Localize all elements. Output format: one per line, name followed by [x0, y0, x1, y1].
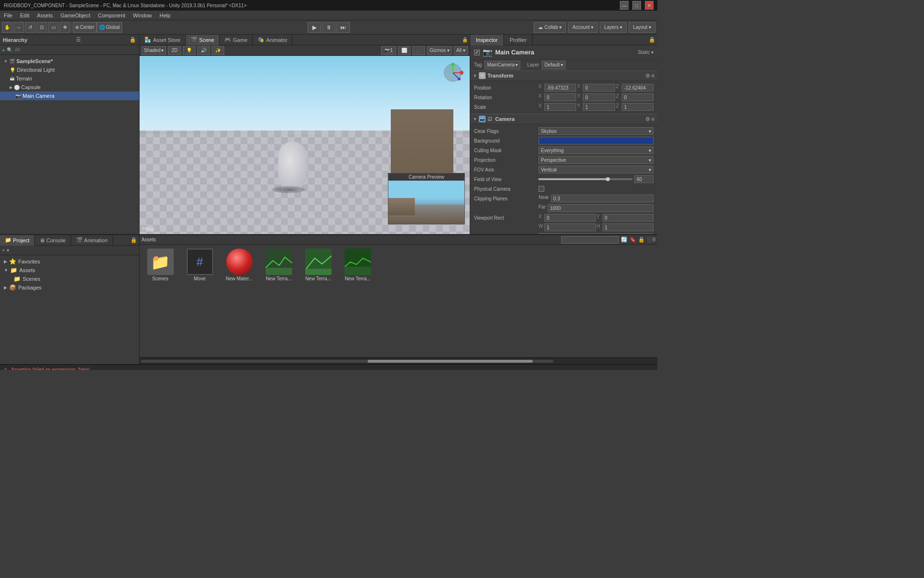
- asset-terrain1[interactable]: New Terra...: [262, 249, 295, 281]
- menu-assets[interactable]: Assets: [33, 12, 57, 19]
- assets-scrollbar-thumb[interactable]: [368, 360, 533, 363]
- inspector-lock-icon[interactable]: 🔒: [649, 37, 655, 43]
- menu-window[interactable]: Window: [129, 12, 155, 19]
- tab-console[interactable]: 🖥 Console: [35, 235, 71, 246]
- layer-count-btn[interactable]: 📷 1: [381, 46, 397, 55]
- close-button[interactable]: ✕: [645, 1, 654, 10]
- rotate-tool-button[interactable]: ↺: [25, 22, 36, 33]
- tab-profiler[interactable]: Profiler: [504, 35, 533, 45]
- assets-lock2-icon[interactable]: 🔒: [638, 236, 645, 243]
- rotation-y-field[interactable]: 0: [583, 93, 615, 101]
- hierarchy-menu-button[interactable]: ☰: [76, 37, 81, 43]
- scene-lock-icon[interactable]: 🔒: [462, 37, 468, 42]
- tab-game[interactable]: 🎮 Game: [219, 35, 253, 45]
- tab-project[interactable]: 📁 Project: [0, 235, 35, 246]
- rotation-x-field[interactable]: 0: [544, 93, 576, 101]
- vp-h-field[interactable]: 1: [603, 223, 654, 231]
- asset-terrain2[interactable]: New Terra...: [301, 249, 335, 281]
- tag-dropdown[interactable]: MainCamera ▾: [485, 61, 520, 69]
- maximize-button[interactable]: □: [632, 1, 641, 10]
- space-button[interactable]: 🌐 Global: [97, 22, 122, 33]
- asset-move[interactable]: # Move: [183, 249, 217, 281]
- camera-component-header[interactable]: ▼ 📷 ☑ Camera ⚙ ≡: [470, 114, 657, 124]
- hand-tool-button[interactable]: ✋: [2, 22, 13, 33]
- assets-refresh-icon[interactable]: 🔄: [621, 236, 628, 243]
- lighting-button[interactable]: 💡: [183, 46, 195, 55]
- effects-button[interactable]: ✨: [212, 46, 224, 55]
- fov-slider[interactable]: [539, 178, 632, 180]
- scale-tool-button[interactable]: ⊡: [37, 22, 47, 33]
- account-button[interactable]: Account ▾: [568, 22, 598, 33]
- tab-inspector[interactable]: Inspector: [470, 35, 504, 45]
- layer-dropdown[interactable]: Default ▾: [542, 61, 565, 69]
- pause-button[interactable]: ⏸: [322, 22, 335, 33]
- hierarchy-item-maincamera[interactable]: 📷 Main Camera: [0, 92, 139, 100]
- assets-size-slider[interactable]: ⬛8: [647, 237, 655, 242]
- bottom-lock-icon[interactable]: 🔒: [130, 237, 137, 243]
- transform-more-icon[interactable]: ≡: [652, 73, 654, 79]
- rect-tool-button[interactable]: ▭: [48, 22, 59, 33]
- scene-gizmo[interactable]: [441, 61, 465, 85]
- assets-scrollbar[interactable]: [140, 357, 657, 364]
- asset-scenes[interactable]: 📁 Scenes: [143, 249, 177, 281]
- 2d-button[interactable]: 2D: [168, 46, 181, 55]
- scale-z-field[interactable]: 1: [622, 103, 654, 111]
- far-field[interactable]: 1000: [548, 204, 654, 212]
- fov-slider-thumb[interactable]: [606, 177, 610, 181]
- menu-gameobject[interactable]: GameObject: [57, 12, 94, 19]
- assets-search-input[interactable]: [561, 236, 619, 244]
- camera-checkbox[interactable]: ☑: [488, 116, 492, 122]
- near-field[interactable]: 0.3: [551, 195, 654, 202]
- transform-component-header[interactable]: ▼ T Transform ⚙ ≡: [470, 70, 657, 81]
- cullingmask-dropdown[interactable]: Everything ▾: [539, 146, 654, 154]
- tab-animation[interactable]: 🎬 Animation: [71, 235, 113, 246]
- hierarchy-item-samplescene[interactable]: ▼ 🎬 SampleScene*: [0, 57, 139, 66]
- menu-help[interactable]: Help: [155, 12, 174, 19]
- menu-component[interactable]: Component: [94, 12, 129, 19]
- rotation-z-field[interactable]: 0: [622, 93, 654, 101]
- camera-btn[interactable]: 🎥: [412, 46, 425, 55]
- folder-scenes[interactable]: 📁 Scenes: [2, 275, 137, 283]
- transform-settings-icon[interactable]: ⚙: [645, 73, 650, 79]
- vp-w-field[interactable]: 1: [544, 223, 596, 231]
- hierarchy-item-capsule[interactable]: ▶ ⚪ Capsule: [0, 83, 139, 92]
- transform-tool-button[interactable]: ✥: [60, 22, 70, 33]
- scene-viewport[interactable]: Persp Camera Preview: [140, 56, 470, 234]
- static-label[interactable]: Static ▾: [638, 50, 654, 55]
- step-button[interactable]: ⏭: [336, 22, 350, 33]
- camera-settings-icon[interactable]: ⚙: [645, 116, 650, 122]
- folder-packages[interactable]: ▶ 📦 Packages: [2, 283, 137, 292]
- position-x-field[interactable]: -59.47323: [544, 84, 576, 92]
- asset-newmaterial[interactable]: New Mater...: [222, 249, 256, 281]
- move-tool-button[interactable]: ↔: [13, 22, 24, 33]
- play-button[interactable]: ▶: [308, 22, 321, 33]
- pivot-button[interactable]: ⊕ Center: [73, 22, 97, 33]
- hierarchy-search-input[interactable]: [13, 47, 137, 53]
- project-add-arrow[interactable]: ▾: [7, 248, 9, 253]
- collab-button[interactable]: ☁ Collab ▾: [534, 22, 566, 33]
- menu-edit[interactable]: Edit: [16, 12, 33, 19]
- tab-animator[interactable]: 🎭 Animator: [253, 35, 293, 45]
- background-color-swatch[interactable]: [539, 137, 654, 144]
- asset-terrain3[interactable]: New Terra...: [341, 249, 374, 281]
- inspector-scroll[interactable]: ✓ 📷 Main Camera Static ▾ Tag MainCamera …: [470, 45, 657, 234]
- fovaxis-dropdown[interactable]: Vertical ▾: [539, 166, 654, 173]
- assets-bookmark-icon[interactable]: 🔖: [629, 236, 636, 243]
- tab-scene[interactable]: 🎬 Scene: [186, 35, 219, 45]
- camera-more-icon[interactable]: ≡: [652, 116, 654, 122]
- depth-field[interactable]: -1: [539, 233, 654, 234]
- clearflags-dropdown[interactable]: Skybox ▾: [539, 127, 654, 135]
- hierarchy-item-terrain[interactable]: 🏔 Terrain: [0, 74, 139, 83]
- minimize-button[interactable]: —: [620, 1, 629, 10]
- projection-dropdown[interactable]: Perspective ▾: [539, 156, 654, 164]
- tab-assetstore[interactable]: 🏪 Asset Store: [140, 35, 186, 45]
- folder-favorites[interactable]: ▶ ⭐ Favorites: [2, 257, 137, 266]
- audio-button[interactable]: 🔊: [197, 46, 210, 55]
- scale-y-field[interactable]: 1: [583, 103, 615, 111]
- gizmos-dropdown[interactable]: Gizmos ▾: [427, 46, 452, 55]
- position-z-field[interactable]: -12.62404: [622, 84, 654, 92]
- vp-x-field[interactable]: 0: [544, 214, 596, 222]
- hierarchy-item-directionallight[interactable]: 💡 Directional Light: [0, 66, 139, 74]
- scale-x-field[interactable]: 1: [544, 103, 576, 111]
- position-y-field[interactable]: 0: [583, 84, 615, 92]
